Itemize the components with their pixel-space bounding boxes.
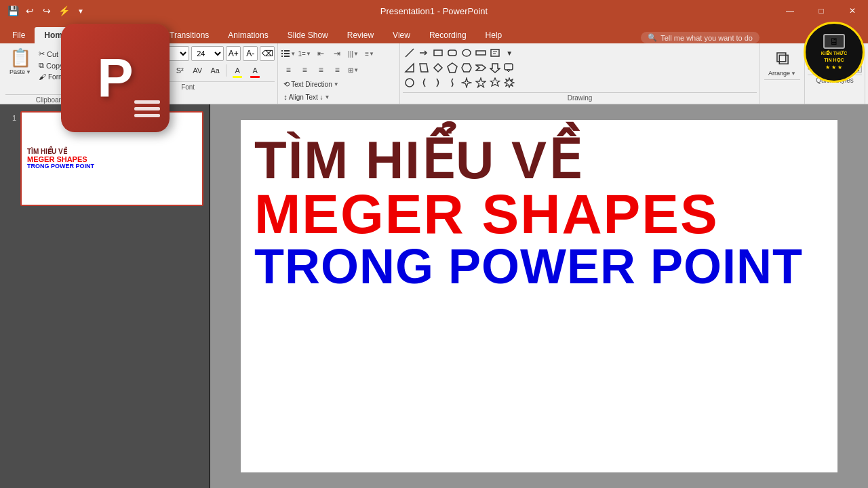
tab-view[interactable]: View (383, 27, 420, 43)
increase-font-size-button[interactable]: A+ (226, 46, 241, 61)
justify-low-button[interactable]: ⊞▼ (346, 62, 361, 77)
svg-rect-4 (281, 56, 283, 57)
text-box-button[interactable] (488, 46, 502, 60)
change-case-button[interactable]: Aa (207, 62, 223, 79)
right-bracket-button[interactable] (431, 76, 445, 89)
channel-logo: 🖥 KIẾN THỨCTIN HỌC ★ ★ ★ (804, 22, 865, 83)
star5-button[interactable] (474, 76, 488, 89)
bullets-button[interactable]: ▼ (281, 46, 296, 61)
down-arrow-shape-button[interactable] (488, 61, 502, 75)
rect-shape-button[interactable] (431, 46, 445, 60)
right-triangle-button[interactable] (403, 61, 416, 75)
tab-review[interactable]: Review (338, 27, 383, 43)
tab-animations[interactable]: Animations (218, 27, 277, 43)
window-title: Presentation1 - PowerPoint (380, 6, 488, 16)
para-row-3: ⟲ Text Direction ▼ (281, 79, 397, 90)
highlight-color-bar (233, 76, 242, 78)
arrange-button[interactable]: ⧉ Arrange ▼ (764, 46, 800, 78)
svg-rect-8 (434, 50, 442, 56)
paste-button[interactable]: 📋 Paste ▼ (5, 46, 35, 77)
restore-button[interactable]: □ (806, 0, 837, 22)
numbering-button[interactable]: 1=▼ (297, 46, 312, 61)
slide-canvas[interactable]: TÌM HIỂU VỀ MEGER SHAPES TRONG POWER POI… (241, 120, 837, 472)
drawing-group-label: Drawing (403, 92, 757, 102)
increase-indent-button[interactable]: ⇥ (330, 46, 344, 61)
copy-icon: ⧉ (39, 61, 44, 70)
pp-logo-lines (134, 100, 160, 117)
tab-help[interactable]: Help (476, 27, 512, 43)
diamond-button[interactable] (431, 61, 445, 75)
svg-rect-1 (284, 50, 290, 52)
line-shape-button[interactable] (403, 46, 416, 60)
customize-qat-button[interactable]: ▼ (73, 3, 88, 18)
align-center-button[interactable]: ≡ (297, 62, 312, 77)
pp-line-2 (134, 107, 160, 110)
font-color-bar (250, 76, 260, 78)
minimize-button[interactable]: — (774, 0, 806, 22)
chevron-button[interactable] (474, 61, 488, 75)
powerpoint-logo: P (61, 24, 170, 132)
paste-dropdown-arrow[interactable]: ▼ (26, 69, 31, 75)
monitor-emoji: 🖥 (829, 36, 839, 47)
star4-button[interactable] (460, 76, 473, 89)
tell-me-search[interactable]: 🔍 Tell me what you want to do (641, 32, 760, 43)
svg-marker-16 (420, 64, 428, 72)
pp-line-1 (134, 100, 160, 104)
channel-name: KIẾN THỨCTIN HỌC (821, 50, 847, 62)
svg-rect-9 (448, 50, 456, 56)
justify-button[interactable]: ≡ (330, 62, 344, 77)
circle-shape-button[interactable] (403, 76, 416, 89)
rounded-rect-shape-button[interactable] (446, 46, 459, 60)
parallelogram-button[interactable] (417, 61, 431, 75)
clear-formatting-button[interactable]: ⌫ (260, 46, 275, 61)
character-spacing-button[interactable]: AV (189, 62, 205, 79)
text-highlight-button[interactable]: A (229, 62, 245, 79)
font-color-button[interactable]: A (247, 62, 263, 79)
pentagon-button[interactable] (446, 61, 459, 75)
text-direction-icon: ⟲ (283, 80, 290, 89)
align-text-dropdown[interactable]: ▼ (325, 94, 330, 100)
slide-panel: 1 TÌM HIỂU VỀ MEGER SHAPES TRONG POWER P… (0, 104, 210, 488)
paste-icon: 📋 (9, 47, 31, 68)
decrease-indent-button[interactable]: ⇤ (313, 46, 328, 61)
align-right-button[interactable]: ≡ (313, 62, 328, 77)
wide-rect-shape-button[interactable] (474, 46, 488, 60)
more-shapes-button[interactable]: ▼ (502, 46, 516, 60)
svg-marker-26 (476, 78, 486, 87)
autosave-button[interactable]: ⚡ (56, 3, 71, 18)
star8-button[interactable] (502, 76, 516, 89)
hexagon-button[interactable] (460, 61, 473, 75)
font-size-select[interactable]: 24 12 18 36 48 (191, 46, 224, 61)
text-direction-dropdown[interactable]: ▼ (334, 81, 339, 87)
channel-monitor-icon: 🖥 (823, 34, 845, 49)
tab-recording[interactable]: Recording (420, 27, 476, 43)
slide-canvas-wrapper: TÌM HIỂU VỀ MEGER SHAPES TRONG POWER POI… (210, 104, 868, 488)
callout-button[interactable] (502, 61, 516, 75)
redo-button[interactable]: ↪ (39, 3, 54, 18)
tab-file[interactable]: File (3, 27, 35, 43)
arrange-dropdown[interactable]: ▼ (791, 70, 796, 77)
align-text-button[interactable]: ↕ Align Text ↓ ▼ (281, 92, 332, 102)
text-direction-button[interactable]: ⟲ Text Direction ▼ (281, 79, 342, 90)
svg-rect-11 (476, 51, 486, 55)
para-row-4: ↕ Align Text ↓ ▼ (281, 92, 397, 102)
decrease-font-size-button[interactable]: A- (243, 46, 258, 61)
line-spacing-button[interactable]: ≡▼ (362, 46, 377, 61)
tab-slideshow[interactable]: Slide Show (278, 27, 338, 43)
arrow-shape-button[interactable] (417, 46, 431, 60)
undo-button[interactable]: ↩ (22, 3, 37, 18)
svg-line-6 (406, 49, 414, 57)
brace-button[interactable] (446, 76, 459, 89)
align-left-button[interactable]: ≡ (281, 62, 296, 77)
cut-icon: ✂ (39, 49, 45, 58)
columns-button[interactable]: |||▼ (346, 46, 361, 61)
left-bracket-button[interactable] (417, 76, 431, 89)
slide-preview-line3: TRONG POWER POINT (27, 163, 94, 170)
shadow-button[interactable]: S² (172, 62, 188, 79)
star6-button[interactable] (488, 76, 502, 89)
oval-shape-button[interactable] (460, 46, 473, 60)
para-row-1: ▼ 1=▼ ⇤ ⇥ |||▼ ≡▼ (281, 46, 397, 61)
close-button[interactable]: ✕ (837, 0, 868, 22)
save-button[interactable]: 💾 (5, 3, 20, 18)
svg-marker-20 (476, 65, 486, 70)
